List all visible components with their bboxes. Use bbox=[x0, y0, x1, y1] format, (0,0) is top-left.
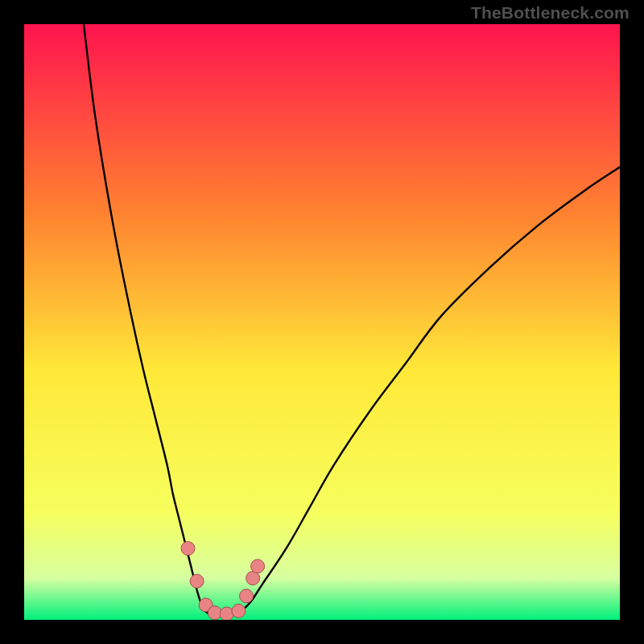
marker-point bbox=[232, 604, 246, 617]
marker-point bbox=[181, 542, 195, 555]
marker-point bbox=[220, 607, 233, 620]
marker-point bbox=[240, 589, 254, 603]
plot-svg bbox=[24, 24, 620, 620]
chart-frame: TheBottleneck.com bbox=[0, 0, 644, 644]
marker-point bbox=[190, 574, 204, 588]
plot-area bbox=[24, 24, 620, 620]
gradient-background bbox=[24, 24, 620, 620]
marker-point bbox=[251, 559, 265, 573]
watermark-text: TheBottleneck.com bbox=[471, 3, 630, 23]
